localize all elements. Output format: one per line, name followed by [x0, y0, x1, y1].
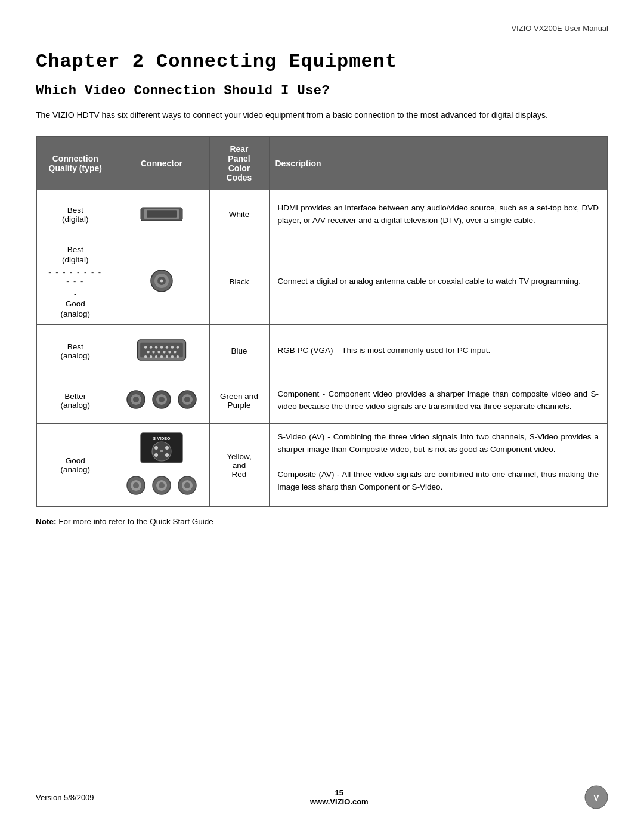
svg-point-101 — [184, 397, 190, 402]
header-connector: Connector — [114, 137, 209, 190]
svg-rect-72 — [140, 343, 183, 358]
desc-component: Component - Component video provides a s… — [269, 377, 608, 424]
svg-text:S-VIDEO: S-VIDEO — [153, 436, 171, 441]
svg-point-78 — [171, 346, 174, 348]
footer-logo: V — [584, 785, 608, 809]
table-row: Best(digital) White HDMI provides an int… — [36, 190, 608, 239]
svg-point-73 — [144, 346, 147, 348]
color-svideo: Yellow,andRed — [209, 424, 269, 507]
color-coaxial: Black — [209, 239, 269, 325]
color-vga: Blue — [209, 325, 269, 377]
svg-point-92 — [177, 355, 179, 358]
svg-point-88 — [155, 355, 157, 358]
page-footer: Version 5/8/2009 15 www.VIZIO.com V — [36, 785, 608, 809]
svg-point-89 — [160, 355, 163, 358]
table-row: Good(analog) S-VIDEO — [36, 424, 608, 507]
page-header: VIZIO VX200E User Manual — [36, 24, 608, 33]
quality-hdmi: Best(digital) — [36, 190, 114, 239]
note-content: For more info refer to the Quick Start G… — [58, 517, 213, 526]
svg-point-77 — [166, 346, 168, 348]
note-text: Note: For more info refer to the Quick S… — [36, 517, 608, 526]
footer-center: 15 www.VIZIO.com — [310, 788, 369, 806]
connector-svideo: S-VIDEO — [114, 424, 209, 507]
svg-point-118 — [184, 482, 190, 488]
connector-hdmi — [114, 190, 209, 239]
note-label: Note: — [36, 517, 57, 526]
header-description: Description — [269, 137, 608, 190]
quality-vga: Best(analog) — [36, 325, 114, 377]
svg-point-106 — [165, 446, 169, 450]
svg-point-83 — [163, 351, 165, 353]
desc-vga: RGB PC (VGA) – This is most commonly use… — [269, 325, 608, 377]
color-component: Green andPurple — [209, 377, 269, 424]
svg-point-95 — [133, 397, 139, 402]
connector-coaxial — [114, 239, 209, 325]
svg-point-86 — [144, 355, 147, 358]
desc-svideo: S-Video (AV) - Combining the three video… — [269, 424, 608, 507]
quality-svideo: Good(analog) — [36, 424, 114, 507]
quality-component: Better(analog) — [36, 377, 114, 424]
svg-point-85 — [174, 351, 176, 353]
svg-point-105 — [154, 446, 158, 450]
chapter-title: Chapter 2 Connecting Equipment — [36, 51, 608, 73]
svg-point-112 — [133, 482, 139, 488]
footer-website: www.VIZIO.com — [310, 797, 369, 806]
svg-point-75 — [155, 346, 157, 348]
intro-text: The VIZIO HDTV has six different ways to… — [36, 109, 608, 122]
svg-point-81 — [152, 351, 154, 353]
svg-point-82 — [157, 351, 160, 353]
color-hdmi: White — [209, 190, 269, 239]
svg-point-87 — [150, 355, 152, 358]
table-row: Best (digital) - - - - - - - - - - - - G… — [36, 239, 608, 325]
svg-point-80 — [147, 351, 149, 353]
svg-point-98 — [159, 397, 165, 402]
svg-point-115 — [159, 482, 165, 488]
svg-point-107 — [154, 453, 158, 457]
quality-coaxial: Best (digital) - - - - - - - - - - - - G… — [36, 239, 114, 325]
svg-point-79 — [177, 346, 179, 348]
connection-table: ConnectionQuality (type) Connector RearP… — [36, 136, 608, 507]
svg-point-91 — [171, 355, 174, 358]
desc-hdmi: HDMI provides an interface between any a… — [269, 190, 608, 239]
connector-component — [114, 377, 209, 424]
table-row: Best(analog) — [36, 325, 608, 377]
svg-text:V: V — [593, 793, 599, 803]
table-row: Better(analog) Green andPurple Component… — [36, 377, 608, 424]
footer-version: Version 5/8/2009 — [36, 793, 94, 802]
header-quality: ConnectionQuality (type) — [36, 137, 114, 190]
connector-vga — [114, 325, 209, 377]
svg-point-74 — [150, 346, 152, 348]
svg-point-90 — [166, 355, 168, 358]
svg-point-84 — [168, 351, 171, 353]
svg-rect-109 — [160, 450, 163, 452]
svg-point-76 — [160, 346, 163, 348]
desc-coaxial: Connect a digital or analog antenna cabl… — [269, 239, 608, 325]
svg-point-70 — [160, 280, 163, 283]
header-rear-panel: RearPanelColorCodes — [209, 137, 269, 190]
section-title: Which Video Connection Should I Use? — [36, 83, 608, 98]
svg-point-108 — [165, 453, 169, 457]
